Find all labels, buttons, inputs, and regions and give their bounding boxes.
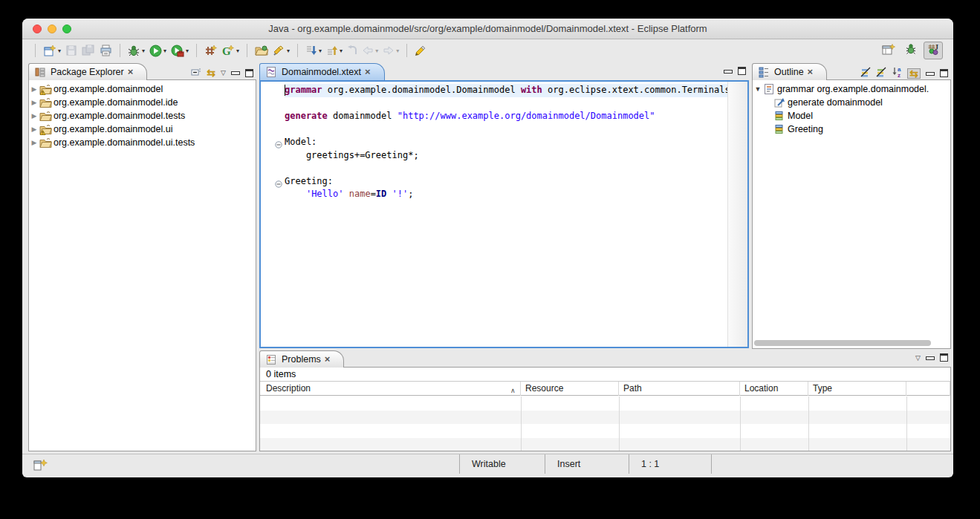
link-with-editor-button[interactable]: ⇆ — [207, 68, 215, 77]
column-header[interactable]: Resource — [521, 382, 619, 396]
dropdown-arrow-icon[interactable]: ▾ — [142, 48, 145, 54]
outline-row[interactable]: generate domainmodel — [753, 96, 950, 109]
view-menu-button[interactable]: ▽ — [221, 69, 226, 76]
print-button[interactable] — [98, 42, 114, 59]
sort-ascending-icon: ∧ — [510, 384, 516, 396]
code-line[interactable]: Model: — [285, 136, 727, 149]
code-line[interactable]: grammar org.example.domainmodel.Domainmo… — [285, 84, 727, 97]
next-annotation-button[interactable]: ▾ — [304, 42, 323, 59]
dropdown-arrow-icon[interactable]: ▾ — [340, 48, 343, 54]
tab-domainmodel-xtext[interactable]: Domainmodel.xtext × — [259, 63, 385, 80]
close-tab-icon[interactable]: × — [808, 68, 814, 76]
code-line[interactable] — [285, 97, 727, 111]
expand-arrow-icon[interactable]: ▶ — [29, 85, 39, 93]
debug-button[interactable]: ▾ — [126, 42, 146, 59]
tab-problems[interactable]: Problems × — [259, 350, 344, 368]
fold-collapse-icon[interactable] — [275, 138, 282, 146]
close-tab-icon[interactable]: × — [128, 68, 134, 76]
code-line[interactable] — [285, 123, 727, 137]
new-wizard-button[interactable]: ▾ — [42, 42, 62, 59]
back-button[interactable]: ▾ — [360, 42, 380, 59]
dropdown-arrow-icon[interactable]: ▾ — [375, 48, 378, 54]
expand-arrow-icon[interactable]: ▶ — [29, 125, 39, 133]
run-external-tools-button[interactable]: ▾ — [169, 42, 190, 59]
outline-horizontal-scrollbar[interactable] — [754, 340, 949, 347]
maximize-view-button[interactable] — [940, 69, 948, 77]
close-tab-icon[interactable]: × — [365, 68, 371, 76]
problems-table-body[interactable] — [260, 396, 950, 451]
mark-occurrences-button[interactable] — [413, 42, 428, 59]
package-explorer-tabrow: Package Explorer × ⇆ ▽ — [28, 63, 256, 80]
minimize-editor-button[interactable] — [724, 70, 733, 74]
sort-alphabetically-button[interactable]: az — [892, 66, 902, 80]
zoom-window-button[interactable] — [62, 25, 71, 33]
dropdown-arrow-icon[interactable]: ▾ — [287, 48, 290, 54]
minimize-view-button[interactable] — [231, 71, 240, 75]
save-button[interactable] — [64, 42, 79, 59]
link-with-editor-button[interactable]: ⇆ — [907, 68, 921, 79]
collapse-arrow-icon[interactable]: ▼ — [753, 85, 763, 93]
code-line[interactable]: Greeting: — [285, 175, 727, 189]
collapse-all-button[interactable] — [191, 66, 201, 79]
annotation-ruler[interactable] — [261, 82, 285, 347]
open-plugin-artifact-button[interactable] — [253, 42, 270, 59]
expand-arrow-icon[interactable]: ▶ — [29, 112, 39, 120]
minimize-window-button[interactable] — [48, 25, 56, 33]
code-line[interactable] — [285, 162, 727, 175]
project-row[interactable]: ▶org.example.domainmodel.tests — [29, 109, 256, 123]
fold-collapse-icon[interactable] — [275, 177, 282, 185]
code-text[interactable]: grammar org.example.domainmodel.Domainmo… — [285, 82, 727, 347]
hide-enum-rules-button[interactable] — [876, 67, 886, 80]
column-header[interactable]: Location — [740, 382, 808, 396]
debug-perspective-button[interactable] — [901, 42, 921, 59]
outline-row[interactable]: Greeting — [753, 123, 950, 136]
code-editor[interactable]: grammar org.example.domainmodel.Domainmo… — [259, 80, 749, 348]
fast-view-icon[interactable] — [33, 458, 49, 474]
editor-area: Domainmodel.xtext × grammar org.example.… — [259, 63, 749, 348]
dropdown-arrow-icon[interactable]: ▾ — [319, 48, 322, 54]
dropdown-arrow-icon[interactable]: ▾ — [163, 48, 166, 54]
close-tab-icon[interactable]: × — [325, 356, 331, 363]
code-line[interactable]: 'Hello' name=ID '!'; — [285, 188, 727, 201]
tab-outline[interactable]: Outline × — [752, 63, 827, 80]
run-button[interactable]: ▾ — [148, 42, 168, 59]
column-header[interactable]: Path — [619, 382, 740, 396]
previous-annotation-button[interactable]: ▾ — [325, 42, 344, 59]
save-all-button[interactable] — [80, 42, 97, 59]
view-menu-button[interactable]: ▽ — [915, 354, 921, 362]
project-row[interactable]: ▶org.example.domainmodel.ui.tests — [29, 136, 256, 149]
overview-ruler[interactable] — [727, 82, 747, 347]
maximize-editor-button[interactable] — [738, 67, 746, 75]
code-line[interactable]: greetings+=Greeting*; — [285, 149, 727, 163]
dropdown-arrow-icon[interactable]: ▾ — [58, 48, 61, 54]
last-edit-location-button[interactable] — [345, 42, 359, 59]
search-button[interactable]: ▾ — [271, 42, 291, 59]
minimize-view-button[interactable] — [926, 356, 935, 360]
column-header[interactable] — [906, 382, 950, 396]
maximize-view-button[interactable] — [940, 353, 948, 362]
code-line[interactable]: generate domainmodel "http://www.example… — [285, 110, 727, 123]
tab-package-explorer[interactable]: Package Explorer × — [28, 63, 147, 80]
generate-xtext-artifacts-button[interactable]: G▾ — [220, 42, 241, 59]
new-java-project-button[interactable] — [203, 42, 218, 59]
dropdown-arrow-icon[interactable]: ▾ — [186, 48, 189, 54]
minimize-view-button[interactable] — [926, 72, 935, 76]
dropdown-arrow-icon[interactable]: ▾ — [396, 48, 399, 54]
forward-button[interactable]: ▾ — [381, 42, 400, 59]
column-header[interactable]: Type — [808, 382, 906, 396]
maximize-view-button[interactable] — [245, 69, 253, 77]
hide-terminal-rules-button[interactable] — [860, 67, 871, 80]
expand-arrow-icon[interactable]: ▶ — [29, 139, 39, 146]
debug-icon — [128, 45, 140, 56]
project-row[interactable]: ▶org.example.domainmodel.ide — [29, 96, 256, 109]
project-row[interactable]: ▶!org.example.domainmodel.ui — [29, 123, 256, 136]
project-row[interactable]: ▶!org.example.domainmodel — [29, 82, 256, 96]
dropdown-arrow-icon[interactable]: ▾ — [236, 48, 239, 54]
outline-row[interactable]: Model — [753, 109, 950, 123]
java-perspective-button[interactable]: J — [924, 42, 943, 59]
open-perspective-button[interactable] — [879, 42, 898, 59]
close-window-button[interactable] — [33, 25, 42, 33]
outline-row[interactable]: ▼grammar org.example.domainmodel. — [753, 82, 950, 96]
column-header[interactable]: Description∧ — [260, 382, 521, 396]
expand-arrow-icon[interactable]: ▶ — [29, 99, 39, 106]
